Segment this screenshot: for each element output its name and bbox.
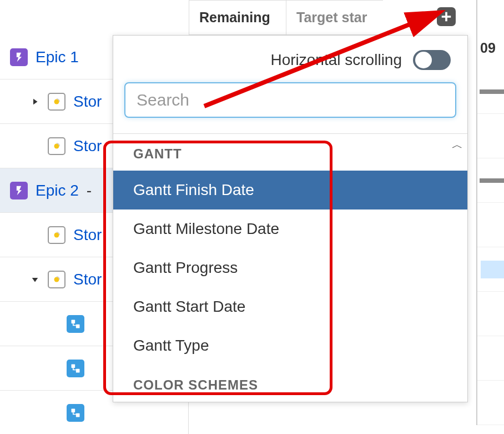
item-gantt-finish-date[interactable]: Gantt Finish Date — [113, 171, 467, 209]
caret-right-icon[interactable] — [30, 97, 40, 107]
item-gantt-start-date[interactable]: Gantt Start Date — [113, 287, 467, 326]
tree-label: Epic 1 — [36, 48, 79, 66]
gantt-bar[interactable] — [480, 178, 504, 183]
horizontal-scrolling-toggle[interactable] — [413, 50, 451, 70]
item-gantt-milestone-date[interactable]: Gantt Milestone Date — [113, 209, 467, 248]
add-column-popup: Horizontal scrolling ︿ GANTT Gantt Finis… — [113, 35, 468, 402]
svg-point-1 — [54, 143, 59, 148]
story-icon — [48, 93, 65, 111]
column-list-area: ︿ GANTT Gantt Finish Date Gantt Mileston… — [113, 133, 467, 402]
toggle-knob — [415, 52, 432, 68]
plus-icon — [440, 11, 452, 23]
timeline-date-label: 09 — [480, 40, 496, 56]
item-gantt-type[interactable]: Gantt Type — [113, 326, 467, 365]
epic-icon — [10, 48, 28, 66]
svg-point-3 — [54, 277, 59, 282]
group-header-gantt: GANTT — [113, 134, 467, 171]
svg-rect-4 — [72, 320, 75, 323]
timeline-header — [476, 0, 504, 69]
svg-point-0 — [54, 99, 59, 104]
column-headers: Remaining Target star — [189, 0, 383, 35]
tree-label: Stor — [73, 226, 102, 244]
story-icon — [48, 226, 65, 244]
search-input[interactable] — [124, 82, 456, 118]
item-gantt-progress[interactable]: Gantt Progress — [113, 248, 467, 287]
tree-label: Stor — [73, 137, 102, 155]
story-icon — [48, 271, 65, 288]
epic-icon — [10, 182, 28, 199]
horizontal-scrolling-label: Horizontal scrolling — [270, 51, 402, 69]
subtask-icon — [67, 360, 84, 377]
caret-down-icon[interactable] — [30, 275, 40, 285]
gantt-bar-light[interactable] — [481, 261, 504, 278]
group-header-color-schemes: COLOR SCHEMES — [113, 365, 467, 402]
column-target-start[interactable]: Target star — [286, 1, 383, 34]
svg-rect-9 — [76, 413, 80, 417]
svg-rect-6 — [72, 364, 75, 368]
gantt-bar[interactable] — [480, 89, 504, 94]
tree-label: Stor — [73, 271, 102, 288]
svg-rect-7 — [76, 368, 80, 372]
tree-label: Stor — [73, 93, 102, 111]
tree-label: Epic 2 — [36, 182, 79, 199]
subtask-icon — [67, 404, 84, 422]
story-icon — [48, 137, 65, 155]
svg-rect-5 — [76, 324, 80, 328]
tree-dash: - — [87, 182, 92, 199]
svg-point-2 — [54, 232, 59, 237]
column-remaining[interactable]: Remaining — [189, 1, 286, 34]
scroll-up-icon[interactable]: ︿ — [452, 137, 463, 152]
add-column-button[interactable] — [437, 7, 456, 26]
subtask-icon — [67, 315, 84, 333]
svg-rect-8 — [72, 408, 75, 412]
gantt-strip — [476, 69, 504, 425]
